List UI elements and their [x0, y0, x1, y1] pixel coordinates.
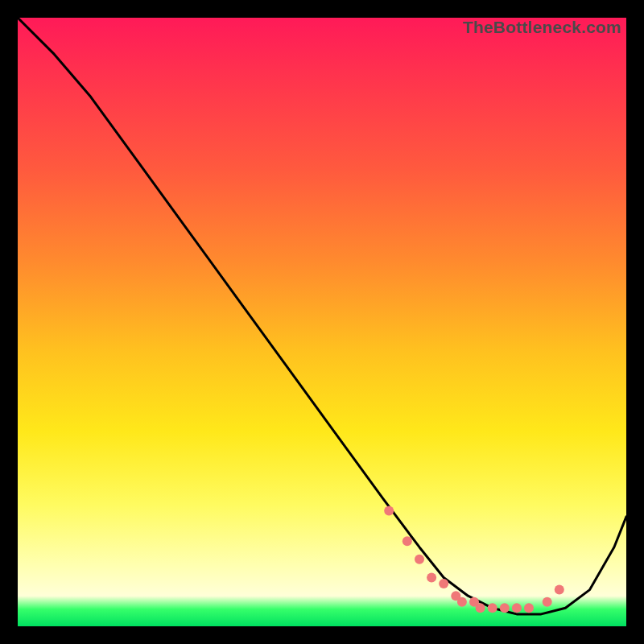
highlight-dot	[439, 579, 448, 588]
highlight-dot	[415, 555, 424, 564]
highlight-dot	[500, 603, 510, 613]
highlight-dot	[555, 585, 564, 595]
highlight-dot	[476, 603, 485, 613]
highlight-dot	[524, 603, 534, 613]
highlight-markers	[384, 506, 564, 613]
highlight-dot	[384, 506, 394, 515]
highlight-dot	[488, 603, 497, 613]
bottleneck-curve-line	[18, 18, 626, 614]
highlight-dot	[457, 597, 467, 607]
highlight-dot	[427, 573, 436, 583]
highlight-dot	[543, 597, 552, 607]
highlight-dot	[512, 603, 522, 613]
chart-svg	[18, 18, 626, 626]
highlight-dot	[402, 536, 412, 546]
chart-frame: TheBottleneck.com	[18, 18, 626, 626]
